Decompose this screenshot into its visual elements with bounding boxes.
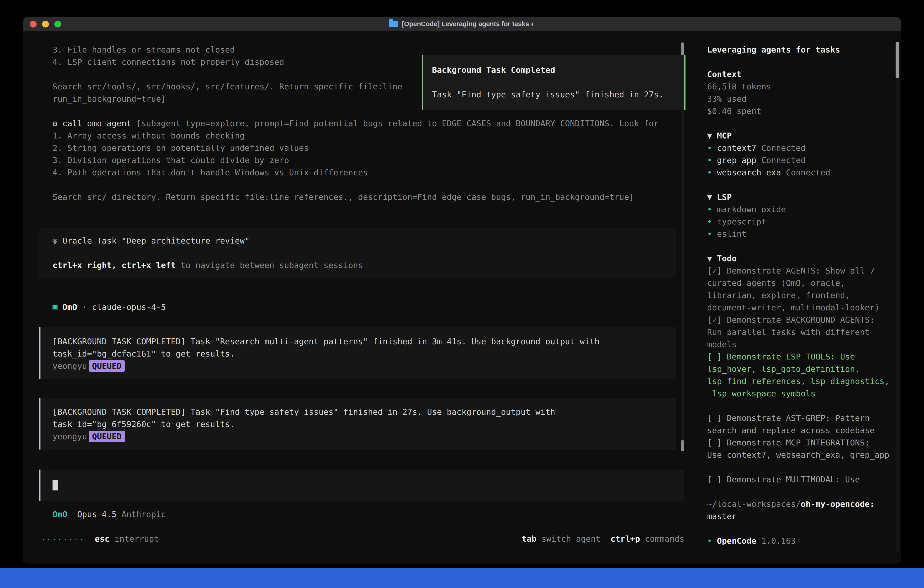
text-segment: document-writer, multimodal-looker)	[707, 303, 879, 312]
todo-item: [ ] Demonstrate AST-GREP: Pattern	[707, 413, 870, 423]
text-segment: search and replace across codebase	[707, 426, 874, 435]
text-line: [✓] Demonstrate AGENTS: Show all 7	[707, 265, 890, 277]
context-heading: Context	[707, 69, 742, 79]
model-info-line: OmO Opus 4.5 Anthropic	[40, 508, 698, 520]
window-titlebar[interactable]: [OpenCode] Leveraging agents for tasks ◐	[23, 17, 901, 31]
sidebar-content: Leveraging agents for tasks Context66,51…	[707, 44, 890, 547]
tool-call-label: ⚙ call_omo_agent	[53, 119, 131, 128]
key-esc: esc	[95, 534, 110, 543]
text-line: ▼ Todo	[707, 253, 890, 265]
current-agent: OmO	[53, 510, 67, 519]
text-segment: •	[707, 217, 717, 226]
text-line: [BACKGROUND TASK COMPLETED] Task "Resear…	[53, 335, 663, 348]
close-button[interactable]	[30, 21, 36, 28]
agent-session-row[interactable]: ▣ OmO · claude-opus-4-5	[40, 301, 698, 313]
text-segment: lsp_hover, lsp_goto_definition,	[707, 364, 860, 373]
text-line	[707, 400, 890, 412]
oracle-task-panel: ◉ Oracle Task "Deep architecture review"…	[40, 228, 676, 278]
text-line: [ ] Demonstrate MCP INTEGRATIONS:	[707, 436, 890, 449]
status-bar: ········ esc interrupt tab switch agent …	[41, 533, 684, 545]
text-line	[707, 56, 890, 68]
session-sidebar: Leveraging agents for tasks Context66,51…	[698, 31, 901, 563]
text-segment: •	[707, 168, 717, 177]
folder-icon	[389, 21, 398, 27]
git-branch: master	[707, 512, 737, 521]
text-segment: [BACKGROUND TASK COMPLETED] Task "Resear…	[53, 337, 599, 346]
todo-item: [ ] Demonstrate MULTIMODAL: Use	[707, 475, 860, 484]
text-segment: task_id="bg_dcfac161" to get results.	[53, 349, 235, 358]
lsp-server: markdown-oxide	[717, 205, 786, 214]
text-line	[707, 461, 890, 473]
text-line: • context7 Connected	[707, 142, 890, 154]
text-line: ctrl+x right, ctrl+x left to navigate be…	[53, 259, 676, 271]
text-line: [ ] Demonstrate LSP TOOLS: Use	[707, 351, 890, 363]
minimize-button[interactable]	[42, 21, 49, 28]
text-segment: 2. String operations on potentially unde…	[53, 143, 309, 153]
background-task-message: [BACKGROUND TASK COMPLETED] Task "Resear…	[40, 327, 676, 379]
text-line: 33% used	[707, 93, 890, 105]
agent-name: OmO	[62, 302, 77, 312]
scrollbar-thumb[interactable]	[681, 441, 684, 451]
statusbar-right: tab switch agent ctrl+p commands	[522, 533, 684, 545]
oracle-icon: ◉	[53, 236, 62, 245]
app-name: OpenCode	[717, 536, 756, 545]
text-segment: to navigate between subagent sessions	[176, 261, 363, 270]
scrollbar-thumb[interactable]	[896, 41, 899, 78]
sidebar-scrollbar[interactable]	[896, 41, 899, 552]
text-line: 1. Array access without bounds checking	[40, 130, 698, 142]
text-line: [ ] Demonstrate AST-GREP: Pattern	[707, 412, 890, 424]
mcp-server: websearch_exa	[717, 168, 781, 177]
text-segment: lsp_find_references, lsp_diagnostics,	[707, 377, 889, 386]
session-title: Leveraging agents for tasks	[707, 45, 840, 55]
mcp-server: grep_app	[717, 155, 756, 165]
current-provider: Anthropic	[121, 510, 166, 519]
text-line: master	[707, 510, 890, 522]
zoom-button[interactable]	[54, 21, 61, 28]
status-badge: QUEUED	[89, 360, 125, 372]
toast-notification[interactable]: Background Task Completed Task "Find typ…	[422, 55, 685, 110]
mcp-server: context7	[717, 143, 756, 153]
prompt-input[interactable]	[40, 469, 684, 501]
notification-title: Background Task Completed	[432, 65, 555, 74]
todo-item: [✓] Demonstrate AGENTS: Show all 7	[707, 266, 874, 275]
text-segment: [BACKGROUND TASK COMPLETED] Task "Find t…	[53, 407, 555, 416]
todo-item: [✓] Demonstrate BACKGROUND AGENTS:	[707, 315, 874, 324]
notification-body: Task "Find type safety issues" finished …	[432, 90, 664, 99]
mcp-status: Connected	[781, 168, 830, 177]
text-line: [BACKGROUND TASK COMPLETED] Task "Find t…	[53, 406, 663, 418]
text-line: Context	[707, 68, 890, 81]
text-line: models	[707, 339, 890, 351]
text-line: OmO Opus 4.5 Anthropic	[40, 508, 698, 520]
text-segment: commands	[640, 534, 684, 543]
text-line: 66,518 tokens	[707, 81, 890, 93]
text-segment: Search src/ directory. Return specific f…	[53, 192, 634, 202]
text-segment	[67, 510, 77, 519]
text-segment: Use context7, websearch_exa, grep_app	[707, 450, 889, 459]
text-line: ········ esc interrupt	[41, 533, 159, 545]
text-line: Use context7, websearch_exa, grep_app	[707, 449, 890, 461]
text-line: lsp_find_references, lsp_diagnostics,	[707, 375, 890, 387]
lsp-server: eslint	[717, 229, 746, 238]
text-segment: run_in_background=true]	[53, 94, 166, 104]
text-segment: 3. File handles or streams not closed	[53, 45, 235, 55]
task-owner: yeongyu	[53, 432, 87, 441]
text-line: Task "Find type safety issues" finished …	[432, 88, 684, 101]
text-segment: 1. Array access without bounds checking	[53, 131, 245, 140]
text-line: Background Task Completed	[432, 64, 684, 76]
agent-icon: ▣	[53, 302, 62, 312]
text-line: • eslint	[707, 228, 890, 240]
text-line: 3. Division operations that could divide…	[40, 154, 698, 167]
text-line: librarian, explore, frontend,	[707, 289, 890, 302]
terminal-main-pane: 3. File handles or streams not closed4. …	[23, 31, 698, 563]
text-line: ▼ LSP	[707, 191, 890, 203]
section-caret: ▼	[707, 131, 717, 140]
text-line: • websearch_exa Connected	[707, 167, 890, 179]
text-line: yeongyuQUEUED	[53, 430, 663, 443]
text-line	[432, 76, 684, 88]
text-segment: •	[707, 143, 717, 153]
lsp-server: typescript	[717, 217, 766, 226]
text-line: • markdown-oxide	[707, 203, 890, 216]
status-badge: QUEUED	[89, 431, 125, 442]
spinner-dots: ········	[41, 535, 85, 543]
traffic-lights	[23, 21, 61, 28]
